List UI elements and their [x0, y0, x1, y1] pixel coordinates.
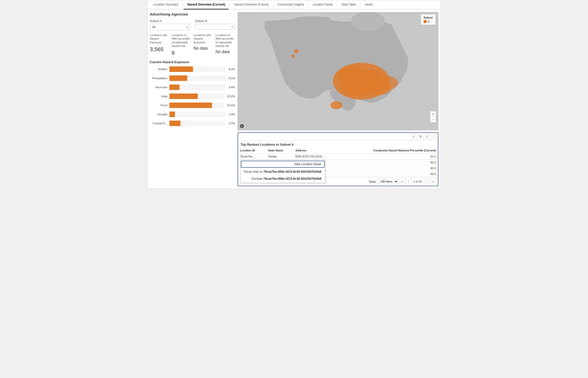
bar-pct: 10.2%: [227, 95, 235, 98]
col-header-location-id: Location ID: [238, 147, 266, 154]
view-location-detail-button[interactable]: View Location Detail: [241, 161, 325, 168]
table-panel: ⤢ ⇅ ▽ ⋮ Top Ranked Locations in Subset A…: [238, 132, 438, 186]
map-legend: Subset A: [421, 14, 436, 25]
bar-pct: 3.4%: [229, 86, 235, 89]
chart-title: Current Hazard Exposure: [150, 60, 235, 64]
exclude-button[interactable]: Exclude 76cae7ba-406e-4213-8c30-92b25676…: [240, 175, 325, 182]
subsets-row: Subset A All ▾ Subset B ▾: [150, 19, 235, 30]
tab-location-summary[interactable]: Location Summary: [150, 0, 182, 10]
cell-hazard: 91.4: [342, 154, 438, 159]
page-title: Advertising Agencies: [150, 12, 235, 16]
stat-a-percentile-label: Locations in 90th percentile of nationwi…: [172, 33, 191, 48]
chevron-down-icon: ▾: [186, 26, 188, 29]
items-per-page-select[interactable]: 100 items 50 items 25 items: [378, 179, 398, 184]
bar-fill: [169, 75, 187, 81]
bar-fill: [169, 103, 212, 108]
prev-page-button[interactable]: ‹: [406, 179, 411, 184]
bar-row: Flood 15.5%: [150, 103, 235, 108]
focus-only-button[interactable]: Focus only on 76cae7ba-406e-4213-8c30-92…: [240, 168, 325, 175]
subset-b-label: Subset B: [195, 19, 235, 23]
legend-label-a: A: [428, 20, 430, 23]
bar-track: [169, 103, 224, 108]
nav-sep-6: |: [360, 3, 361, 7]
sort-button[interactable]: ⇅: [418, 134, 423, 139]
exclude-label: Exclude: [252, 177, 263, 180]
zoom-out-button[interactable]: −: [430, 117, 436, 122]
context-menu: View Location Detail Focus only on 76cae…: [240, 159, 325, 183]
svg-point-8: [291, 54, 295, 58]
tab-hazard-overview-current[interactable]: Hazard Overview (Current): [184, 0, 229, 10]
cell-location-id: 76cae7ba-...: [238, 154, 266, 159]
subset-a-value: All: [152, 25, 155, 29]
table-header-row: Location ID State Name Address Composite…: [238, 147, 438, 154]
bar-pct: 1.9%: [229, 113, 235, 116]
more-button[interactable]: ⋮: [431, 134, 436, 139]
right-panel: Subset A + − i ⤢: [238, 12, 438, 186]
bar-label: Wildfire: [150, 68, 167, 71]
subset-b-dropdown[interactable]: ▾: [195, 24, 235, 30]
bar-track: [169, 75, 226, 81]
tab-data-table[interactable]: Data Table: [338, 0, 359, 10]
legend-item-a: A: [424, 20, 433, 23]
tab-community-insights[interactable]: Community Insights: [274, 0, 307, 10]
main-content: Advertising Agencies Subset A All ▾ Subs…: [147, 10, 441, 189]
map-container[interactable]: Subset A + − i: [238, 12, 438, 130]
stat-b-percentile-value: No data: [216, 50, 235, 54]
stat-a-percentile: Locations in 90th percentile of nationwi…: [172, 33, 191, 56]
zoom-in-button[interactable]: +: [430, 111, 436, 117]
bar-row: Precipitation 6.1%: [150, 75, 235, 81]
chevron-down-icon-b: ▾: [232, 25, 233, 28]
filter-button[interactable]: ▽: [424, 134, 430, 139]
last-page-button[interactable]: »: [430, 179, 436, 184]
stat-a-percentile-value: 6: [172, 50, 191, 56]
nav-sep-3: |: [273, 3, 273, 7]
first-page-button[interactable]: «: [399, 179, 405, 184]
left-panel: Advertising Agencies Subset A All ▾ Subs…: [150, 12, 235, 186]
stat-a-hazard-label: Locations with Hazard Exposure: [150, 33, 169, 44]
stat-b-percentile-label: Locations in 90th percentile of nationwi…: [216, 33, 235, 48]
bar-row: Wildfire 8.2%: [150, 66, 235, 72]
subset-a-dropdown[interactable]: All ▾: [150, 24, 190, 30]
tab-hazard-overview-future[interactable]: Hazard Overview (Future): [231, 0, 272, 10]
bar-fill: [169, 121, 181, 126]
table-toolbar: ⤢ ⇅ ▽ ⋮: [238, 133, 438, 141]
bar-track: [169, 121, 226, 126]
bar-label: Hurricane: [150, 86, 167, 89]
tab-about[interactable]: About: [361, 0, 376, 10]
map-zoom-controls: + −: [430, 111, 436, 123]
tab-location-detail[interactable]: Location Detail: [309, 0, 336, 10]
map-legend-title: Subset: [424, 16, 433, 19]
chart-section: Current Hazard Exposure Wildfire 8.2% Pr…: [150, 60, 235, 126]
bar-chart: Wildfire 8.2% Precipitation 6.1% Hurrica…: [150, 66, 235, 126]
app-container: Location Summary | Hazard Overview (Curr…: [147, 0, 441, 189]
svg-point-9: [330, 101, 342, 109]
focus-id: 76cae7ba-406e-4213-8c30-92b25676d4b6: [263, 170, 322, 173]
stats-row: Locations with Hazard Exposure 3,565 Loc…: [150, 33, 235, 56]
page-info: 1 of 36: [413, 180, 422, 183]
stat-b-hazard: Locations with Hazard Exposure No data: [194, 33, 213, 56]
cell-hazard: 90.3: [342, 165, 438, 171]
col-header-state-name: State Name: [266, 147, 293, 154]
bar-fill: [169, 66, 193, 72]
data-table: Location ID State Name Address Composite…: [238, 147, 438, 177]
bar-track: [169, 84, 226, 90]
cell-hazard: 90.3: [342, 160, 438, 165]
bar-row: Coastal Fl... 3.7%: [150, 121, 235, 126]
bar-label: Precipitation: [150, 77, 167, 80]
bar-track: [169, 66, 226, 72]
stat-a-hazard: Locations with Hazard Exposure 3,565: [150, 33, 169, 56]
bar-label: Drought: [150, 113, 167, 116]
cell-hazard: 90.0: [342, 171, 438, 177]
table-row[interactable]: 76cae7ba-... Florida 8250-8270 COLLEGE .…: [238, 154, 438, 159]
bar-fill: [169, 112, 175, 117]
nav-sep-5: |: [337, 3, 337, 7]
exclude-id: 76cae7ba-406e-4213-8c30-92b25676d4b6: [263, 177, 322, 180]
map-info-icon[interactable]: i: [240, 124, 244, 128]
bar-label: Heat: [150, 95, 167, 98]
legend-dot-a: [424, 20, 427, 23]
next-page-button[interactable]: ›: [424, 179, 429, 184]
subset-a-group: Subset A All ▾: [150, 19, 190, 30]
expand-button[interactable]: ⤢: [411, 134, 417, 139]
bar-pct: 3.7%: [229, 122, 235, 125]
col-header-composite-hazard: Composite Hazard National Percentile (Cu…: [342, 147, 438, 154]
